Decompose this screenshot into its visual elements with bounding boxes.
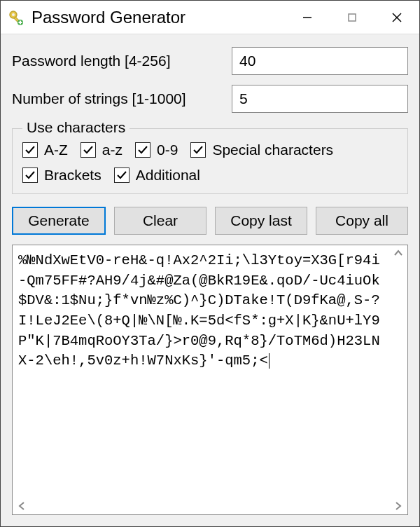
close-button[interactable] [374, 1, 419, 34]
text-caret-icon [269, 353, 270, 369]
scroll-right-icon[interactable] [393, 498, 403, 514]
title-bar: Password Generator [1, 1, 419, 34]
checkbox-brackets[interactable]: Brackets [22, 167, 102, 184]
checkbox-additional[interactable]: Additional [114, 167, 200, 184]
use-characters-group: Use characters A-Z a-z [12, 128, 408, 194]
checkmark-icon [22, 167, 38, 183]
minimize-button[interactable] [285, 1, 330, 34]
string-count-label: Number of strings [1-1000] [12, 90, 232, 107]
client-area: Password length [4-256] Number of string… [1, 34, 419, 526]
maximize-button[interactable] [330, 1, 374, 34]
checkbox-digits[interactable]: 0-9 [135, 142, 178, 158]
checkbox-label: Brackets [44, 167, 102, 184]
password-length-row: Password length [4-256] [12, 47, 408, 75]
window-controls [285, 1, 419, 34]
scroll-left-icon[interactable] [17, 498, 27, 514]
checkbox-label: A-Z [44, 142, 68, 158]
horizontal-scrollbar[interactable] [13, 498, 407, 514]
checkbox-label: Additional [136, 167, 200, 184]
app-window: Password Generator Password length [4-25… [0, 0, 420, 527]
checkmark-icon [80, 142, 96, 158]
svg-rect-5 [19, 22, 22, 23]
output-text[interactable]: %№NdXwEtV0-reH&-q!Ax2^2Ii;\l3Ytoy=X3G[r9… [13, 245, 407, 498]
generate-button[interactable]: Generate [12, 207, 106, 235]
window-title: Password Generator [31, 8, 285, 27]
key-icon [8, 9, 24, 26]
checkbox-label: Special characters [212, 142, 333, 158]
scroll-up-icon[interactable] [391, 248, 406, 258]
checkmark-icon [22, 142, 38, 158]
button-row: Generate Clear Copy last Copy all [12, 207, 408, 235]
checkbox-label: 0-9 [157, 142, 178, 158]
checkbox-label: a-z [102, 142, 122, 158]
string-count-row: Number of strings [1-1000] [12, 85, 408, 113]
checkmark-icon [190, 142, 206, 158]
checkbox-special[interactable]: Special characters [190, 142, 333, 158]
string-count-input[interactable] [232, 85, 408, 113]
use-characters-legend: Use characters [22, 119, 130, 136]
clear-button[interactable]: Clear [114, 207, 206, 235]
password-length-label: Password length [4-256] [12, 53, 232, 69]
checkmark-icon [135, 142, 150, 158]
checkbox-grid: A-Z a-z 0-9 [22, 142, 398, 184]
output-area[interactable]: %№NdXwEtV0-reH&-q!Ax2^2Ii;\l3Ytoy=X3G[r9… [12, 245, 408, 515]
copy-all-button[interactable]: Copy all [316, 207, 408, 235]
checkmark-icon [114, 167, 130, 183]
svg-rect-7 [349, 14, 356, 21]
copy-last-button[interactable]: Copy last [215, 207, 307, 235]
checkbox-az-lower[interactable]: a-z [80, 142, 122, 158]
checkbox-az-upper[interactable]: A-Z [22, 142, 68, 158]
svg-point-1 [12, 13, 15, 16]
output-content: %№NdXwEtV0-reH&-q!Ax2^2Ii;\l3Ytoy=X3G[r9… [18, 252, 380, 369]
password-length-input[interactable] [232, 47, 408, 75]
